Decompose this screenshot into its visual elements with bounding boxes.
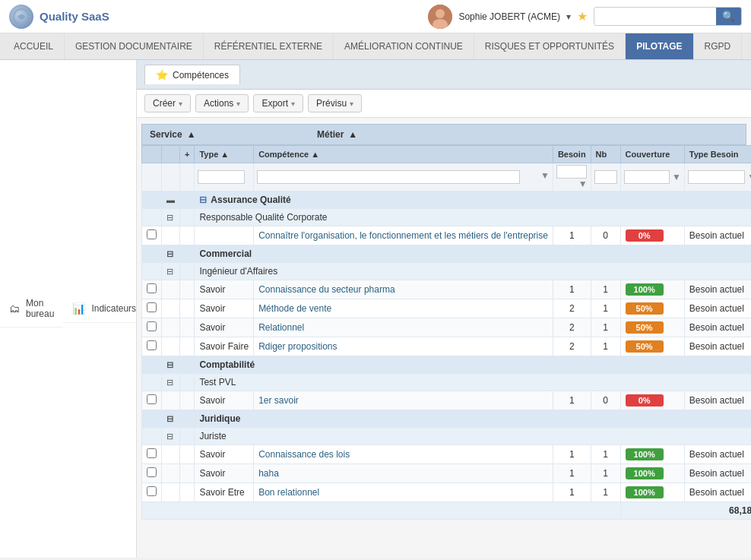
row-check[interactable] [142, 391, 162, 410]
expand-icon[interactable]: ⊟ [166, 414, 173, 423]
metier-label: Métier [317, 129, 344, 140]
row-check[interactable] [142, 226, 162, 245]
row-couverture: 100% [620, 280, 684, 299]
row-check[interactable] [142, 318, 162, 337]
th-type[interactable]: Type ▲ [195, 146, 254, 163]
row-besoin: 1 [553, 445, 591, 464]
checkbox[interactable] [147, 394, 157, 404]
actions-button[interactable]: Actions ▾ [195, 94, 249, 112]
expand-icon[interactable]: ⊟ [166, 360, 173, 369]
row-check[interactable] [142, 280, 162, 299]
group-expand-btn[interactable]: ⊟ [162, 356, 180, 374]
nav-item-rgpd[interactable]: RGPD [694, 33, 743, 59]
group-collapse-icon[interactable]: ⊟ [199, 195, 207, 205]
content-layout: 🗂 Mon bureau 📊 Indicateurs 👥 Parties int… [0, 60, 751, 558]
service-metier-header: Service ▲ Métier ▲ [141, 124, 746, 145]
nav-item-amelioration[interactable]: AMÉLIORATION CONTINUE [334, 33, 474, 59]
th-couverture: Couverture [620, 146, 684, 163]
filter-besoin[interactable]: ▼ [553, 163, 591, 191]
row-check[interactable] [142, 299, 162, 318]
filter-competence-clear[interactable]: ▼ [540, 170, 550, 181]
checkbox[interactable] [147, 229, 157, 239]
filter-nb[interactable] [591, 163, 620, 191]
nav-item-pilotage[interactable]: PILOTAGE [626, 33, 693, 59]
group-plus [180, 410, 195, 428]
subgroup-expand[interactable]: ⊟ [162, 428, 180, 445]
filter-couverture-input[interactable] [624, 170, 670, 184]
row-competence: Rdiger propositions [254, 337, 553, 356]
filter-competence[interactable]: ▼ [254, 163, 553, 191]
expand-icon[interactable]: ▬ [166, 195, 175, 204]
service-label: Service [150, 129, 182, 140]
export-label: Export [261, 98, 288, 109]
filter-type-input[interactable] [198, 170, 245, 184]
subgroup-expand[interactable]: ⊟ [162, 374, 180, 391]
filter-type[interactable] [195, 163, 254, 191]
group-expand-btn[interactable]: ▬ [162, 191, 180, 209]
filter-row: ▼ ▼ ▼ [142, 163, 752, 191]
row-check[interactable] [142, 464, 162, 483]
total-row: 68,18 [142, 502, 752, 520]
sidebar-item-indicateurs[interactable]: 📊 Indicateurs [63, 295, 137, 323]
nav-item-administration[interactable]: ADMINISTRATION [742, 33, 751, 59]
checkbox[interactable] [147, 486, 157, 496]
previsu-button[interactable]: Prévisu ▾ [308, 94, 362, 112]
search-button[interactable]: 🔍 [716, 8, 741, 25]
row-check[interactable] [142, 483, 162, 502]
row-besoin: 1 [553, 483, 591, 502]
creer-button[interactable]: Créer ▾ [144, 94, 191, 112]
row-plus [180, 318, 195, 337]
favorite-icon[interactable]: ★ [577, 9, 588, 24]
filter-besoin-clear[interactable]: ▼ [578, 179, 588, 189]
nav-bar: ACCUEIL GESTION DOCUMENTAIRE RÉFÉRENTIEL… [0, 33, 751, 60]
checkbox[interactable] [147, 302, 157, 312]
search-box: 🔍 [594, 7, 742, 26]
nav-item-ref-externe[interactable]: RÉFÉRENTIEL EXTERNE [204, 33, 334, 59]
sidebar-label-indicateurs: Indicateurs [91, 303, 136, 314]
subgroup-expand-icon[interactable]: ⊟ [166, 213, 173, 222]
checkbox[interactable] [147, 467, 157, 477]
coverage-badge: 0% [626, 229, 664, 242]
subgroup-expand-icon[interactable]: ⊟ [166, 432, 173, 441]
export-button[interactable]: Export ▾ [253, 94, 303, 112]
table-row: Connaître l'organisation, le fonctionnem… [142, 226, 752, 245]
group-expand-btn[interactable]: ⊟ [162, 410, 180, 428]
filter-nb-input[interactable] [594, 170, 617, 184]
group-commercial: ⊟ Commercial [142, 245, 752, 263]
checkbox[interactable] [147, 283, 157, 293]
nav-item-risques[interactable]: RISQUES ET OPPORTUNITÉS [474, 33, 626, 59]
th-competence[interactable]: Compétence ▲ [254, 146, 553, 163]
th-plus[interactable]: + [180, 146, 195, 163]
tab-competences[interactable]: ⭐ Compétences [144, 65, 240, 84]
filter-type-besoin-input[interactable] [688, 170, 745, 184]
filter-plus [180, 163, 195, 191]
subgroup-expand[interactable]: ⊟ [162, 263, 180, 280]
subgroup-expand[interactable]: ⊟ [162, 209, 180, 226]
row-type: Savoir [195, 391, 254, 410]
expand-icon[interactable]: ⊟ [166, 249, 173, 258]
group-expand-btn[interactable]: ⊟ [162, 245, 180, 263]
filter-type-besoin[interactable]: ▼ [684, 163, 751, 191]
subgroup-expand-icon[interactable]: ⊟ [166, 378, 173, 387]
filter-couverture[interactable]: ▼ [620, 163, 684, 191]
filter-besoin-input[interactable] [556, 165, 587, 179]
nav-item-gestion-doc[interactable]: GESTION DOCUMENTAIRE [65, 33, 204, 59]
user-dropdown-arrow[interactable]: ▾ [566, 11, 571, 22]
filter-type-besoin-clear[interactable]: ▼ [747, 172, 751, 182]
checkbox[interactable] [147, 321, 157, 331]
sidebar-item-mon-bureau[interactable]: 🗂 Mon bureau [0, 290, 63, 327]
search-input[interactable] [594, 8, 716, 25]
row-competence: Connaissance des lois [254, 445, 553, 464]
row-check[interactable] [142, 445, 162, 464]
service-header-cell[interactable]: Service ▲ [142, 125, 309, 144]
checkbox[interactable] [147, 448, 157, 458]
filter-competence-input[interactable] [257, 170, 520, 184]
metier-header-cell[interactable]: Métier ▲ [309, 125, 746, 144]
row-check[interactable] [142, 337, 162, 356]
filter-couverture-clear[interactable]: ▼ [672, 172, 681, 182]
subgroup-expand-icon[interactable]: ⊟ [166, 267, 173, 276]
table-area: Service ▲ Métier ▲ + Type ▲ [137, 118, 751, 526]
checkbox[interactable] [147, 340, 157, 350]
subgroup-check [142, 209, 162, 226]
nav-item-accueil[interactable]: ACCUEIL [3, 33, 65, 59]
